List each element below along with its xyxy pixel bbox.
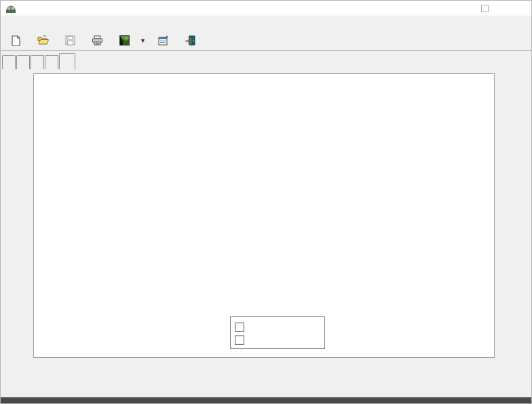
date-navigation xyxy=(1,375,531,387)
matin-checkbox[interactable] xyxy=(235,323,244,332)
open-folder-icon xyxy=(37,35,49,45)
tab-statistiques[interactable] xyxy=(45,55,58,69)
maximize-icon xyxy=(481,5,489,12)
toolbar: ▼ xyxy=(1,31,531,51)
nouveau-button[interactable] xyxy=(5,33,31,48)
matin-line-sample xyxy=(250,327,262,328)
close-button[interactable] xyxy=(500,1,531,16)
quitter-button[interactable] xyxy=(179,33,206,48)
apres-midi-checkbox[interactable] xyxy=(235,335,244,345)
window-controls xyxy=(438,1,531,16)
temperature-chart xyxy=(34,74,494,357)
menu-bar xyxy=(1,16,531,31)
menu-internet[interactable] xyxy=(16,22,31,24)
satellite-image-icon xyxy=(119,35,130,45)
dropdown-caret-icon: ▼ xyxy=(140,37,146,44)
enregistrer-button[interactable] xyxy=(59,33,86,48)
legend-row-apres-midi xyxy=(235,334,324,346)
menu-a-propos[interactable] xyxy=(45,22,60,24)
taskbar-strip xyxy=(1,397,531,403)
new-document-icon xyxy=(11,35,21,46)
tab-strip xyxy=(2,54,76,69)
apres-midi-line-sample xyxy=(250,339,262,341)
tab-image-du-jour[interactable] xyxy=(16,55,30,69)
menu-options[interactable] xyxy=(31,22,45,24)
printer-icon xyxy=(92,35,103,45)
chart-panel xyxy=(33,73,495,358)
save-icon xyxy=(65,35,75,45)
title-bar xyxy=(1,1,531,16)
imprimer-button[interactable] xyxy=(86,33,113,48)
maximize-button[interactable] xyxy=(469,1,500,16)
legend-row-matin xyxy=(235,321,324,333)
app-icon xyxy=(5,3,16,14)
tab-edition-graphique[interactable] xyxy=(2,55,16,69)
menu-fichier[interactable] xyxy=(1,22,16,24)
options-icon xyxy=(158,35,169,45)
tab-visualisation-par-tableau[interactable] xyxy=(31,55,44,69)
tab-evolution-des-temperatures[interactable] xyxy=(59,53,75,69)
app-window: ▼ xyxy=(0,0,532,404)
exit-door-icon xyxy=(185,35,196,45)
ouvrir-button[interactable] xyxy=(31,33,59,48)
chart-legend xyxy=(230,316,325,349)
minimize-button[interactable] xyxy=(438,1,469,16)
options-button[interactable] xyxy=(152,33,179,48)
image-satellite-button[interactable]: ▼ xyxy=(113,33,152,48)
